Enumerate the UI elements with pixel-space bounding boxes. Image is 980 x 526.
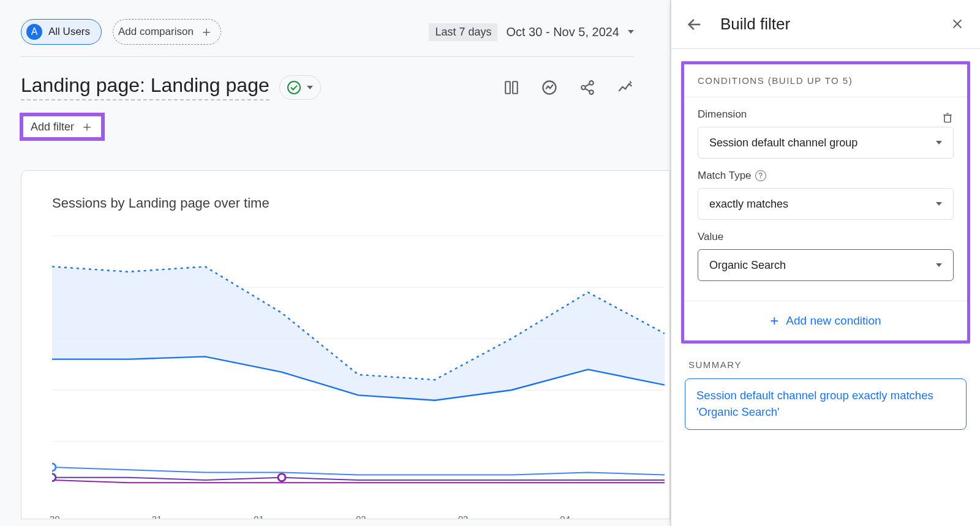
page-title[interactable]: Landing page: Landing page	[21, 74, 270, 100]
chart-title: Sessions by Landing page over time	[52, 195, 669, 211]
svg-point-5	[589, 90, 594, 94]
svg-point-4	[581, 85, 586, 89]
sessions-line-chart: 30Oct3101Nov020304	[52, 224, 665, 511]
svg-point-14	[52, 474, 56, 481]
svg-line-7	[585, 88, 589, 91]
segment-letter: A	[26, 24, 42, 40]
delete-condition-icon[interactable]	[941, 111, 954, 124]
add-comparison-button[interactable]: Add comparison ＋	[113, 19, 221, 45]
customize-report-icon[interactable]	[503, 79, 520, 96]
share-icon[interactable]	[579, 79, 596, 96]
value-select[interactable]: Organic Search	[698, 249, 954, 281]
add-condition-label: Add new condition	[786, 314, 881, 328]
value-value: Organic Search	[709, 259, 786, 272]
chevron-down-icon	[307, 86, 313, 89]
divider	[21, 56, 634, 57]
date-range-picker[interactable]: Last 7 days Oct 30 - Nov 5, 2024	[429, 23, 634, 41]
value-label: Value	[698, 231, 954, 243]
summary-header: SUMMARY	[671, 344, 980, 378]
all-users-segment[interactable]: A All Users	[21, 19, 102, 45]
chevron-down-icon	[936, 263, 942, 267]
back-arrow-icon[interactable]	[686, 16, 703, 33]
svg-rect-19	[944, 115, 951, 122]
svg-rect-0	[505, 81, 510, 94]
match-type-value: exactly matches	[709, 198, 788, 211]
match-type-label: Match Type ?	[698, 170, 954, 182]
dimension-label: Dimension	[698, 108, 747, 121]
dimension-select[interactable]: Session default channel group	[698, 127, 954, 159]
svg-point-13	[52, 464, 56, 471]
build-filter-panel: Build filter CONDITIONS (BUILD UP TO 5) …	[671, 0, 980, 526]
date-preset: Last 7 days	[429, 23, 497, 41]
panel-title: Build filter	[720, 15, 951, 34]
summary-chip[interactable]: Session default channel group exactly ma…	[685, 378, 967, 430]
add-comparison-label: Add comparison	[118, 26, 194, 38]
insights-icon[interactable]	[541, 79, 558, 96]
svg-point-3	[589, 81, 594, 85]
plus-icon: ＋	[80, 120, 94, 133]
report-status-menu[interactable]	[279, 75, 321, 100]
trend-icon[interactable]	[617, 79, 634, 96]
plus-icon: ＋	[200, 25, 213, 39]
close-icon[interactable]	[951, 17, 965, 32]
plus-icon: +	[770, 312, 778, 329]
match-type-select[interactable]: exactly matches	[698, 188, 954, 220]
date-range-text: Oct 30 - Nov 5, 2024	[506, 25, 619, 39]
chevron-down-icon	[936, 141, 942, 145]
segment-label: All Users	[48, 26, 90, 38]
help-icon[interactable]: ?	[755, 170, 766, 181]
add-filter-label: Add filter	[31, 121, 74, 133]
add-filter-button[interactable]: Add filter ＋	[21, 114, 104, 140]
chevron-down-icon	[936, 202, 942, 206]
dimension-value: Session default channel group	[709, 137, 858, 149]
conditions-header: CONDITIONS (BUILD UP TO 5)	[684, 64, 967, 97]
svg-line-6	[585, 84, 589, 86]
svg-rect-1	[513, 81, 518, 94]
checkmark-circle-icon	[287, 81, 301, 94]
add-new-condition-button[interactable]: + Add new condition	[770, 312, 881, 329]
chevron-down-icon	[628, 30, 634, 34]
chart-card: Sessions by Landing page over time 30Oct…	[21, 170, 670, 519]
svg-point-15	[278, 474, 285, 481]
conditions-section: CONDITIONS (BUILD UP TO 5) Dimension Ses…	[681, 61, 970, 344]
